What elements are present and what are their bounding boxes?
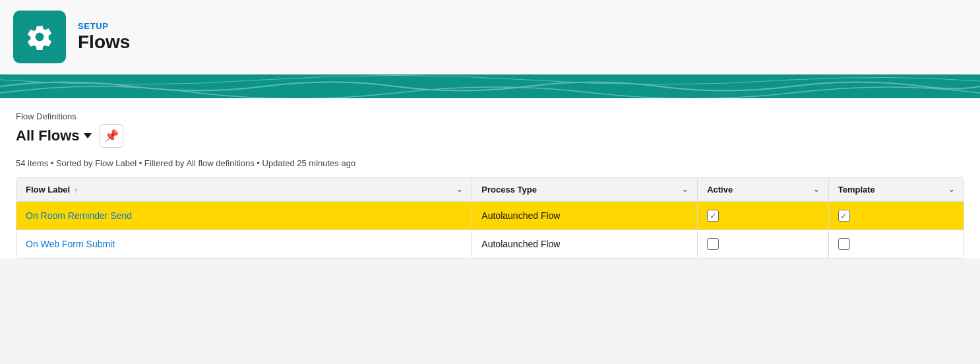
active-checkbox-1[interactable]: ✓ <box>707 210 719 222</box>
all-flows-label: All Flows <box>16 127 80 144</box>
cell-template-2 <box>829 230 964 258</box>
col-active-text: Active <box>707 185 733 195</box>
col-process-type-chevron[interactable]: ⌄ <box>682 185 688 194</box>
flows-title: Flows <box>78 31 130 53</box>
header-icon-bg <box>13 11 66 63</box>
cell-flow-label-1: On Room Reminder Send <box>16 202 472 229</box>
col-template-text: Template <box>838 185 875 195</box>
col-active-chevron[interactable]: ⌄ <box>813 185 819 194</box>
cell-process-type-2: Autolaunched Flow <box>472 231 698 257</box>
table-header: Flow Label ↑ ⌄ Process Type ⌄ Active ⌄ T… <box>16 178 964 202</box>
banner-pattern <box>0 75 980 98</box>
template-checkbox-2[interactable] <box>838 238 850 250</box>
header-text: SETUP Flows <box>78 21 130 53</box>
col-flow-label-text: Flow Label <box>26 185 70 195</box>
gear-icon <box>25 22 54 51</box>
dropdown-arrow-icon[interactable] <box>84 133 92 138</box>
col-flow-label-chevron[interactable]: ⌄ <box>456 185 462 194</box>
status-bar: 54 items • Sorted by Flow Label • Filter… <box>16 156 964 168</box>
process-type-value-1: Autolaunched Flow <box>481 210 560 221</box>
pin-icon: 📌 <box>104 129 119 143</box>
col-template-chevron[interactable]: ⌄ <box>948 185 954 194</box>
cell-template-1: ✓ <box>829 202 964 229</box>
cell-flow-label-2: On Web Form Submit <box>16 231 472 257</box>
all-flows-title: All Flows <box>16 127 92 144</box>
checkmark-icon: ✓ <box>840 212 847 220</box>
col-process-type[interactable]: Process Type ⌄ <box>472 178 698 201</box>
breadcrumb: Flow Definitions <box>16 111 964 121</box>
active-checkbox-2[interactable] <box>707 238 719 250</box>
cell-process-type-1: Autolaunched Flow <box>472 202 698 229</box>
col-flow-label[interactable]: Flow Label ↑ ⌄ <box>16 178 472 201</box>
title-row: All Flows 📌 <box>16 124 964 148</box>
flow-label-link-2[interactable]: On Web Form Submit <box>26 239 115 249</box>
process-type-value-2: Autolaunched Flow <box>481 239 560 249</box>
col-active[interactable]: Active ⌄ <box>698 178 829 201</box>
cell-active-2 <box>698 230 829 258</box>
page-header: SETUP Flows <box>0 0 980 75</box>
table-row: On Web Form Submit Autolaunched Flow <box>16 230 964 258</box>
decorative-banner <box>0 75 980 98</box>
main-content: Flow Definitions All Flows 📌 54 items • … <box>0 98 980 258</box>
checkmark-icon: ✓ <box>710 212 717 220</box>
sort-asc-icon: ↑ <box>74 186 78 194</box>
col-process-type-text: Process Type <box>481 185 537 195</box>
table-row: On Room Reminder Send Autolaunched Flow … <box>16 202 964 230</box>
pin-button[interactable]: 📌 <box>100 124 123 148</box>
flows-table: Flow Label ↑ ⌄ Process Type ⌄ Active ⌄ T… <box>16 177 964 258</box>
setup-label: SETUP <box>78 21 130 31</box>
flow-label-link-1[interactable]: On Room Reminder Send <box>26 210 132 221</box>
template-checkbox-1[interactable]: ✓ <box>838 210 850 222</box>
cell-active-1: ✓ <box>698 202 829 229</box>
col-template[interactable]: Template ⌄ <box>829 178 964 201</box>
